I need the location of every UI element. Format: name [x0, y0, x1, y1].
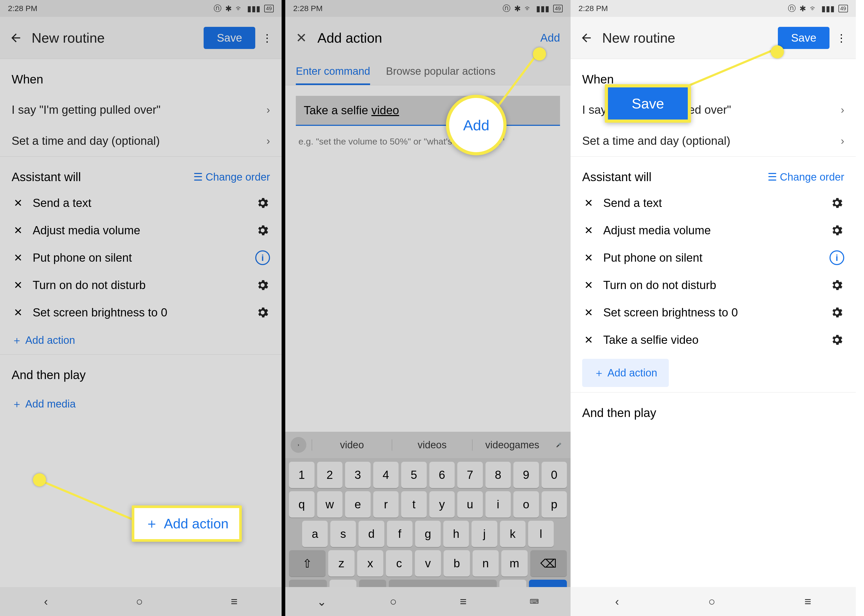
key-z[interactable]: z: [328, 550, 354, 577]
key-b[interactable]: b: [444, 550, 470, 577]
callout-save: Save: [605, 84, 691, 123]
key-t[interactable]: t: [401, 491, 427, 517]
key-c[interactable]: c: [386, 550, 412, 577]
key-8[interactable]: 8: [485, 462, 511, 488]
backspace-key-icon[interactable]: ⌫: [530, 550, 567, 577]
key-f[interactable]: f: [387, 521, 412, 547]
mic-icon[interactable]: 🎤: [552, 443, 565, 448]
key-w[interactable]: w: [317, 491, 343, 517]
save-button[interactable]: Save: [778, 27, 829, 49]
key-y[interactable]: y: [430, 491, 455, 517]
back-arrow-icon[interactable]: [8, 30, 24, 46]
change-order-button[interactable]: ☰ Change order: [194, 171, 270, 183]
key-0[interactable]: 0: [541, 462, 567, 488]
status-indicators: ⓝ ✱ ᯤ ▮▮▮ 49: [788, 3, 848, 14]
gear-icon[interactable]: [255, 278, 270, 292]
key-1[interactable]: 1: [289, 462, 315, 488]
back-nav-icon[interactable]: ‹: [615, 595, 619, 608]
gear-icon[interactable]: [829, 305, 844, 320]
add-button[interactable]: Add: [540, 31, 560, 44]
tab-browse-actions[interactable]: Browse popular actions: [386, 59, 496, 85]
remove-x-icon[interactable]: ✕: [12, 224, 25, 236]
key-9[interactable]: 9: [513, 462, 539, 488]
back-arrow-icon[interactable]: [578, 30, 594, 46]
key-4[interactable]: 4: [373, 462, 399, 488]
keyboard-switch-icon[interactable]: ⌨: [530, 598, 539, 605]
remove-x-icon[interactable]: ✕: [12, 197, 25, 209]
when-schedule-row[interactable]: Set a time and day (optional) ›: [0, 125, 282, 156]
overflow-menu-icon[interactable]: ⋮: [835, 32, 848, 44]
info-icon[interactable]: i: [829, 250, 844, 265]
remove-x-icon[interactable]: ✕: [582, 224, 595, 236]
key-7[interactable]: 7: [457, 462, 483, 488]
key-h[interactable]: h: [443, 521, 469, 547]
gear-icon[interactable]: [255, 305, 270, 320]
when-trigger-row[interactable]: I say "I'm getting pulled over" ›: [0, 94, 282, 125]
remove-x-icon[interactable]: ✕: [582, 306, 595, 319]
suggestion-chip[interactable]: video: [312, 439, 392, 451]
remove-x-icon[interactable]: ✕: [12, 306, 25, 319]
key-u[interactable]: u: [457, 491, 483, 517]
home-nav-icon[interactable]: ○: [390, 595, 397, 608]
gear-icon[interactable]: [255, 223, 270, 238]
when-schedule-row[interactable]: Set a time and day (optional) ›: [571, 125, 856, 156]
key-o[interactable]: o: [513, 491, 539, 517]
remove-x-icon[interactable]: ✕: [12, 279, 25, 291]
gear-icon[interactable]: [829, 278, 844, 292]
system-navbar: ⌄ ○ ≡ ⌨: [285, 587, 571, 616]
gear-icon[interactable]: [829, 223, 844, 238]
tab-enter-command[interactable]: Enter command: [296, 59, 370, 85]
key-m[interactable]: m: [501, 550, 527, 577]
plus-icon: ＋: [12, 333, 22, 347]
key-5[interactable]: 5: [401, 462, 427, 488]
expand-suggestions-icon[interactable]: ›: [291, 437, 306, 453]
recents-nav-icon[interactable]: ≡: [231, 595, 238, 608]
key-k[interactable]: k: [500, 521, 526, 547]
home-nav-icon[interactable]: ○: [136, 595, 143, 608]
key-s[interactable]: s: [330, 521, 356, 547]
shift-key-icon[interactable]: ⇧: [289, 550, 326, 577]
overflow-menu-icon[interactable]: ⋮: [261, 32, 274, 44]
remove-x-icon[interactable]: ✕: [582, 197, 595, 209]
key-d[interactable]: d: [359, 521, 384, 547]
gear-icon[interactable]: [829, 333, 844, 347]
remove-x-icon[interactable]: ✕: [582, 279, 595, 291]
key-a[interactable]: a: [302, 521, 328, 547]
recents-nav-icon[interactable]: ≡: [804, 595, 811, 608]
remove-x-icon[interactable]: ✕: [12, 251, 25, 264]
add-action-link[interactable]: ＋ Add action: [582, 359, 669, 387]
close-icon[interactable]: ✕: [296, 30, 307, 46]
key-6[interactable]: 6: [430, 462, 455, 488]
key-l[interactable]: l: [528, 521, 554, 547]
keyboard-collapse-icon[interactable]: ⌄: [317, 595, 327, 608]
remove-x-icon[interactable]: ✕: [582, 334, 595, 346]
key-g[interactable]: g: [415, 521, 441, 547]
back-nav-icon[interactable]: ‹: [44, 595, 48, 608]
key-j[interactable]: j: [472, 521, 497, 547]
gear-icon[interactable]: [829, 196, 844, 211]
key-e[interactable]: e: [345, 491, 371, 517]
key-3[interactable]: 3: [345, 462, 371, 488]
suggestion-chip[interactable]: videogames: [472, 439, 552, 451]
gear-icon[interactable]: [255, 196, 270, 211]
info-icon[interactable]: i: [255, 250, 270, 265]
key-v[interactable]: v: [415, 550, 441, 577]
key-i[interactable]: i: [485, 491, 511, 517]
suggestion-chip[interactable]: videos: [392, 439, 472, 451]
key-q[interactable]: q: [289, 491, 315, 517]
key-2[interactable]: 2: [317, 462, 343, 488]
recents-nav-icon[interactable]: ≡: [460, 595, 467, 608]
key-p[interactable]: p: [541, 491, 567, 517]
add-action-link[interactable]: ＋ Add action: [0, 326, 282, 354]
key-r[interactable]: r: [373, 491, 399, 517]
key-x[interactable]: x: [357, 550, 383, 577]
home-nav-icon[interactable]: ○: [708, 595, 715, 608]
change-order-button[interactable]: ☰ Change order: [768, 171, 844, 183]
add-media-link[interactable]: ＋ Add media: [0, 390, 282, 418]
save-button[interactable]: Save: [204, 27, 255, 49]
command-input[interactable]: Take a selfie video: [296, 96, 560, 126]
remove-x-icon[interactable]: ✕: [582, 251, 595, 264]
status-bar: 2:28 PM ⓝ ✱ ᯤ ▮▮▮ 49: [571, 0, 856, 17]
key-n[interactable]: n: [472, 550, 499, 577]
bluetooth-icon: ✱: [225, 4, 232, 13]
